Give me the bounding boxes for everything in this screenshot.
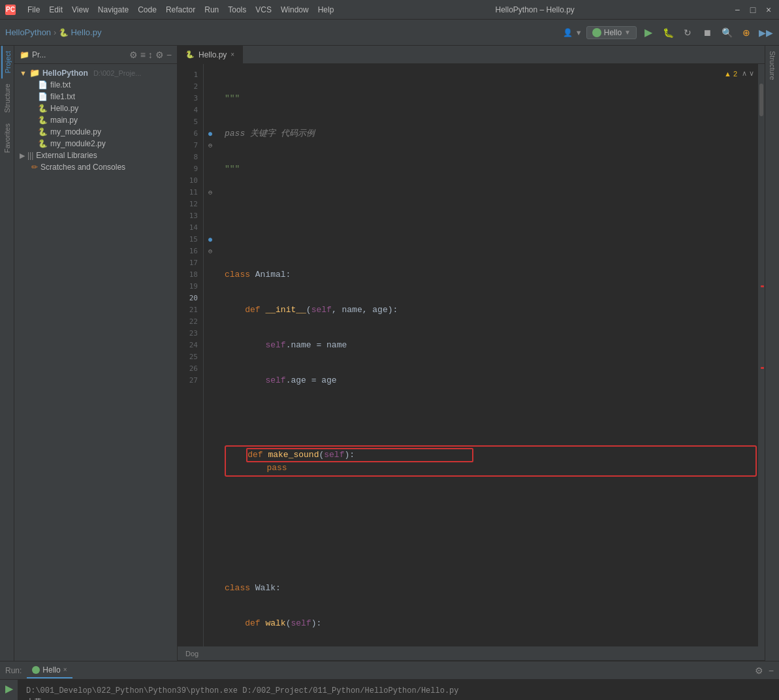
menu-help[interactable]: Help [314,4,338,16]
tree-item-hello-py[interactable]: 🐍 Hello.py [14,103,177,114]
minimize-button[interactable]: − [732,5,742,15]
hello-py-icon: 🐍 [38,104,48,113]
run-button[interactable]: ▶ [641,25,656,40]
chevron-right-icon: ▶ [20,151,25,160]
tree-item-main-py[interactable]: 🐍 main.py [14,114,177,126]
file1-txt-icon: 📄 [38,92,48,101]
restore-button[interactable]: □ [748,5,758,15]
menu-file[interactable]: File [24,4,44,16]
menu-window[interactable]: Window [277,4,313,16]
tree-label-file1-txt: file1.txt [50,92,75,101]
tree-item-helloPython[interactable]: ▼ 📁 HelloPython D:\002_Proje... [14,67,177,79]
menu-code[interactable]: Code [134,4,161,16]
file-txt-icon: 📄 [38,80,48,89]
run-tabs: Run: Hello × ⚙ − [0,661,779,680]
run-scroll-up[interactable]: ↑ [7,697,11,700]
editor-breadcrumb-label: Dog [185,650,199,658]
close-button[interactable]: × [763,5,774,15]
warnings-indicator[interactable]: ▲ 2 ∧ ∨ [724,69,754,78]
run-minimize-icon[interactable]: − [769,665,774,676]
tree-label-my-module2-py: my_module2.py [50,139,106,148]
tree-label-helloPython: HelloPython [42,69,88,78]
warnings-nav-down[interactable]: ∨ [749,69,754,78]
scratches-icon: ✏ [31,163,38,172]
update-button[interactable]: ⊕ [739,25,754,40]
tree-path: D:\002_Proje... [93,69,141,77]
menu-tools[interactable]: Tools [224,4,250,16]
code-editor: 1 2 3 4 5 6 7 8 9 10 11 12 13 14 15 16 1… [178,64,765,646]
tree-item-my-module-py[interactable]: 🐍 my_module.py [14,126,177,138]
tree-item-file-txt[interactable]: 📄 file.txt [14,79,177,91]
menu-run[interactable]: Run [200,4,223,16]
minimap-error-2 [761,367,764,369]
menu-vcs[interactable]: VCS [251,4,276,16]
collapse-icon[interactable]: ≡ [140,50,146,60]
run-tab-label: Hello [42,665,60,675]
right-strip: Structure [765,46,779,661]
structure-tab-strip[interactable]: Structure [2,78,12,118]
project-tab[interactable]: Project [1,46,13,78]
project-tree: ▼ 📁 HelloPython D:\002_Proje... 📄 file.t… [14,64,177,661]
editor-scrollbar[interactable] [758,64,765,646]
next-button[interactable]: ▶▶ [758,25,774,40]
run-tab-close[interactable]: × [63,666,67,673]
run-tab-hello[interactable]: Hello × [27,663,72,678]
left-strip: Project Structure Favorites [0,46,14,661]
bottom-panel: Run: Hello × ⚙ − ▶ ↑ ↓ ↩ ☰ 🖨 🗑 D:\001_De… [0,661,779,700]
breadcrumb-file[interactable]: Hello.py [71,27,101,37]
code-line-11: def make_sound(self): [226,448,755,462]
warnings-count: 2 [733,70,737,78]
tree-item-my-module2-py[interactable]: 🐍 my_module2.py [14,138,177,150]
structure-tab-right[interactable]: Structure [767,46,778,86]
chevron-down-icon: ▼ [20,69,27,77]
favorites-tab-strip[interactable]: Favorites [2,118,12,158]
window-controls: − □ × [732,5,774,15]
search-everywhere-button[interactable]: 🔍 [719,25,735,40]
editor-tab-hello-py[interactable]: 🐍 Hello.py × [178,46,243,63]
run-panel-controls: ⚙ − [755,665,774,676]
tree-item-scratches[interactable]: ✏ Scratches and Consoles [14,161,177,173]
run-config-icon [592,28,601,37]
minimap-error-1 [761,285,764,287]
run-label: Run: [5,666,22,675]
gutter: ● ⊖ ⊖ ● ⊖ [204,64,217,646]
close-sidebar-icon[interactable]: − [167,50,172,60]
warnings-nav-up[interactable]: ∧ [742,69,747,78]
editor-breadcrumb: Dog [178,646,765,661]
filter-icon[interactable]: ⚙ [155,50,164,60]
menu-bar: File Edit View Navigate Code Refactor Ru… [24,4,338,16]
vcs-button[interactable]: 👤 ▼ [563,28,582,37]
scroll-icon[interactable]: ↕ [148,50,153,60]
debug-button[interactable]: 🐛 [660,25,676,40]
code-line-10 [225,410,757,422]
menu-edit[interactable]: Edit [45,4,67,16]
my-module-py-icon: 🐍 [38,127,48,136]
tree-item-file1-txt[interactable]: 📄 file1.txt [14,91,177,103]
tree-label-my-module-py: my_module.py [50,127,101,136]
menu-view[interactable]: View [68,4,93,16]
editor-scrollbar-thumb [759,84,763,116]
project-sidebar: 📁 Pr... ⚙ ≡ ↕ ⚙ − ▼ 📁 HelloPython D:\002… [14,46,178,661]
stop-button[interactable]: ⏹ [699,25,715,40]
settings-icon[interactable]: ⚙ [129,50,138,60]
menu-refactor[interactable]: Refactor [162,4,199,16]
run-config-chevron: ▼ [624,29,631,36]
sidebar-header-icons: ⚙ ≡ ↕ ⚙ − [129,50,172,60]
coverage-button[interactable]: ↻ [680,25,695,40]
breadcrumb: HelloPython › 🐍 Hello.py [5,27,560,37]
code-line-14 [225,547,757,559]
run-play-button[interactable]: ▶ [5,682,13,695]
editor-tabs: 🐍 Hello.py × [178,46,765,64]
title-bar-left: PC File Edit View Navigate Code Refactor… [5,4,338,16]
editor-tab-label: Hello.py [199,50,227,59]
menu-navigate[interactable]: Navigate [94,4,133,16]
tree-item-external-libs[interactable]: ▶ ||| External Libraries [14,150,177,161]
code-line-7: def __init__(self, name, age): [225,304,757,316]
folder-icon: 📁 [29,68,40,78]
code-content[interactable]: """ pass 关键字 代码示例 """ class Animal: def … [217,64,765,646]
run-config-dropdown[interactable]: Hello ▼ [586,26,637,39]
run-config-label: Hello [604,28,622,37]
editor-tab-close-icon[interactable]: × [231,51,234,58]
breadcrumb-project[interactable]: HelloPython [5,27,51,37]
run-settings-icon[interactable]: ⚙ [755,665,763,676]
